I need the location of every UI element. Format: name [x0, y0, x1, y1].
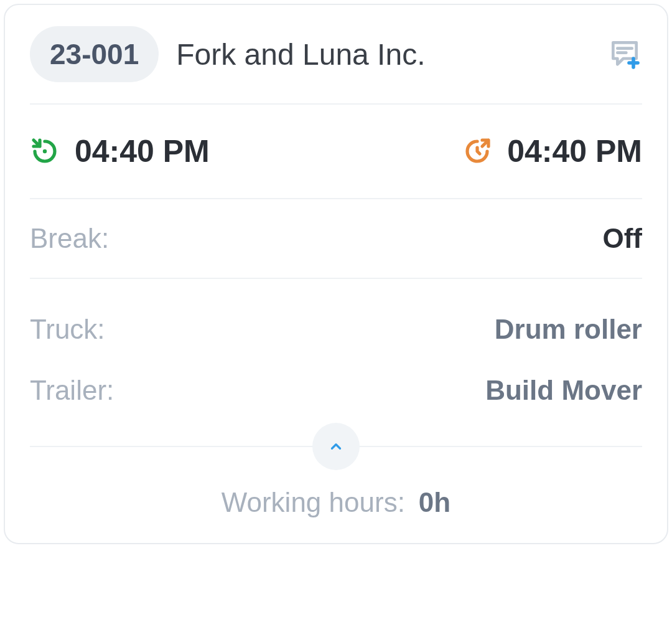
truck-label: Truck:: [30, 314, 105, 345]
header-left: 23-001 Fork and Luna Inc.: [30, 26, 425, 82]
company-name: Fork and Luna Inc.: [176, 37, 425, 72]
svg-point-4: [43, 149, 47, 153]
start-time-value: 04:40 PM: [75, 133, 210, 169]
clock-out-icon: [462, 136, 492, 166]
add-note-button[interactable]: [607, 37, 642, 72]
trailer-value: Build Mover: [485, 375, 642, 406]
collapse-button[interactable]: [312, 423, 360, 470]
break-value: Off: [602, 223, 642, 254]
start-time-block[interactable]: 04:40 PM: [30, 133, 210, 169]
end-time-value: 04:40 PM: [507, 133, 642, 169]
vehicle-section: Truck: Drum roller Trailer: Build Mover: [30, 279, 642, 438]
note-plus-icon: [607, 37, 642, 72]
job-card: 23-001 Fork and Luna Inc. 04:40 PM: [4, 4, 668, 544]
card-header: 23-001 Fork and Luna Inc.: [30, 26, 642, 103]
trailer-label: Trailer:: [30, 375, 114, 406]
working-hours-label: Working hours:: [222, 487, 405, 518]
clock-in-icon: [30, 136, 60, 166]
truck-value: Drum roller: [495, 314, 642, 345]
job-id-badge: 23-001: [30, 26, 159, 82]
break-label: Break:: [30, 223, 109, 254]
break-row[interactable]: Break: Off: [30, 199, 642, 278]
truck-row[interactable]: Truck: Drum roller: [30, 299, 642, 360]
trailer-row[interactable]: Trailer: Build Mover: [30, 360, 642, 421]
times-row: 04:40 PM 04:40 PM: [30, 105, 642, 198]
end-time-block[interactable]: 04:40 PM: [462, 133, 642, 169]
working-hours-value: 0h: [419, 487, 450, 518]
chevron-up-icon: [328, 438, 344, 455]
collapse-divider: [30, 446, 642, 447]
